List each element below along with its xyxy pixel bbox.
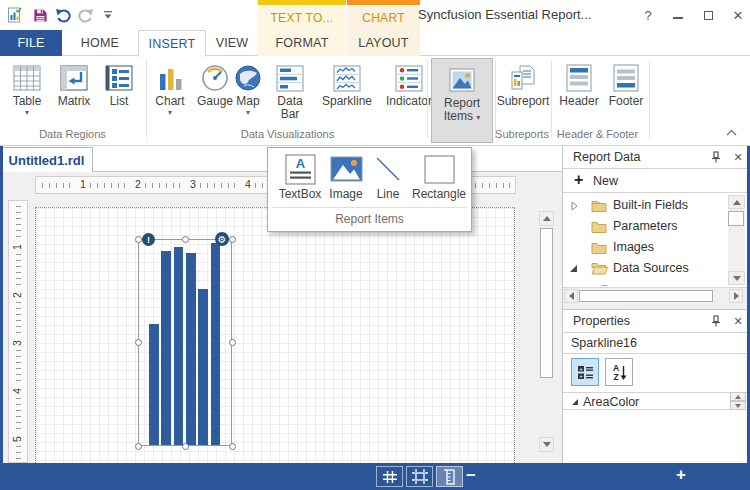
group-label-header-footer: Header & Footer (545, 128, 650, 142)
resize-handle-sw[interactable] (135, 443, 142, 450)
title-bar: TEXT TO... CHART Syncfusion Essential Re… (0, 0, 750, 30)
close-panel-icon[interactable]: ✕ (729, 149, 747, 165)
scroll-right-button[interactable] (729, 289, 743, 303)
contextual-stripe-format (258, 0, 346, 5)
selected-object-row: Sparkline16 (563, 333, 748, 354)
resize-handle-w[interactable] (135, 339, 142, 346)
close-panel-icon[interactable]: ✕ (729, 313, 747, 329)
ruler-number: 1 (76, 178, 90, 190)
chart-icon (156, 61, 184, 95)
report-data-header: Report Data ✕ (563, 146, 748, 169)
alphabetical-sort-button[interactable]: AZ (605, 358, 633, 386)
ruler-number: 5 (11, 432, 25, 446)
areacolor-section-header[interactable]: AreaColor (563, 392, 748, 410)
resize-handle-nw[interactable] (135, 236, 142, 243)
report-data-tree: Built-in Fields Parameters Images Data S… (563, 193, 727, 286)
properties-header: Properties ✕ (563, 310, 748, 333)
popup-group-label: Report Items (272, 207, 467, 226)
popup-item-image[interactable]: Image (326, 152, 366, 201)
new-button[interactable]: + New (563, 169, 748, 193)
categorized-view-button[interactable]: ++ (571, 358, 599, 386)
scroll-down-button[interactable] (539, 437, 554, 452)
tab-view[interactable]: VIEW (206, 30, 258, 56)
resize-handle-s[interactable] (182, 443, 189, 450)
close-button[interactable]: ✕ (726, 4, 750, 26)
popup-item-textbox[interactable]: A TextBox (276, 152, 324, 201)
contextual-stripe-chart (347, 0, 420, 5)
pin-icon[interactable] (707, 149, 725, 165)
open-folder-icon (591, 261, 608, 275)
spinner-down-button[interactable] (730, 401, 746, 410)
pin-icon[interactable] (707, 313, 725, 329)
folder-icon (591, 199, 607, 212)
zoom-out-button[interactable]: – (466, 465, 475, 485)
dropdown-caret-icon: ▾ (246, 108, 250, 117)
resize-handle-n[interactable] (182, 236, 189, 243)
expander-expanded-icon[interactable] (569, 264, 578, 273)
document-tab-untitled1[interactable]: Untitled1.rdl (0, 147, 93, 172)
toggle-ruler-button[interactable] (436, 466, 463, 487)
tab-file[interactable]: FILE (0, 30, 62, 56)
indicator-icon (395, 61, 423, 95)
undo-button[interactable] (53, 6, 73, 24)
scrollbar-thumb[interactable] (540, 228, 553, 378)
folder-icon (591, 241, 607, 254)
qat-customize-button[interactable] (98, 6, 118, 24)
resize-handle-se[interactable] (229, 443, 236, 450)
header-icon (566, 61, 592, 95)
image-icon (330, 152, 363, 186)
tree-item-images[interactable]: Images (563, 237, 723, 258)
scrollbar-thumb[interactable] (728, 211, 744, 226)
canvas-vertical-scrollbar[interactable] (539, 209, 555, 455)
scroll-left-button[interactable] (564, 289, 578, 303)
window-border-left (0, 146, 3, 463)
tree-item-built-in-fields[interactable]: Built-in Fields (563, 195, 723, 216)
help-button[interactable]: ? (636, 4, 660, 26)
tab-home[interactable]: HOME (66, 30, 134, 56)
info-badge-icon[interactable]: ! (142, 233, 155, 246)
svg-text:+: + (579, 365, 583, 371)
gear-badge-icon[interactable]: ⚙ (215, 232, 229, 246)
tree-item-parameters[interactable]: Parameters (563, 216, 723, 237)
report-design-surface[interactable] (35, 207, 515, 463)
sparkline-chart[interactable] (149, 243, 231, 445)
spinner-up-button[interactable] (730, 392, 746, 401)
zoom-in-button[interactable]: + (676, 465, 686, 485)
dropdown-caret-icon: ▾ (25, 108, 29, 117)
save-button[interactable] (30, 6, 50, 24)
sparkline-bar (198, 289, 208, 445)
resize-handle-e[interactable] (229, 339, 236, 346)
tree-item-data-sources[interactable]: Data Sources (563, 258, 723, 279)
tree-horizontal-scrollbar[interactable] (563, 287, 748, 303)
tree-item-partial[interactable] (563, 279, 723, 286)
expander-collapsed-icon[interactable] (571, 201, 578, 211)
popup-item-rectangle[interactable]: Rectangle (408, 152, 470, 201)
scrollbar-thumb[interactable] (579, 290, 713, 302)
list-icon (105, 61, 133, 95)
tab-insert[interactable]: INSERT (138, 30, 206, 57)
expander-expanded-icon (571, 398, 579, 406)
ribbon-collapse-button[interactable] (726, 129, 737, 136)
line-icon (373, 152, 403, 186)
table-icon (13, 61, 41, 95)
ribbon: Table ▾ Matrix List Data Regions Chart ▾ (0, 56, 750, 146)
resize-handle-ne[interactable] (229, 236, 236, 243)
svg-text:A: A (295, 156, 305, 171)
scroll-up-button[interactable] (728, 195, 745, 209)
toggle-grid-button[interactable] (376, 466, 403, 487)
redo-button[interactable] (75, 6, 95, 24)
toggle-margins-button[interactable] (406, 466, 433, 487)
selected-object-name: Sparkline16 (571, 336, 637, 350)
popup-item-line[interactable]: Line (370, 152, 406, 201)
panel-splitter[interactable] (563, 303, 748, 310)
report-items-button[interactable]: Report Items ▾ (431, 58, 493, 143)
minimize-button[interactable] (666, 4, 690, 26)
scroll-down-button[interactable] (728, 271, 745, 285)
tab-layout[interactable]: LAYOUT (347, 30, 420, 56)
maximize-button[interactable] (696, 4, 720, 26)
app-icon[interactable] (4, 6, 24, 24)
scroll-up-button[interactable] (539, 211, 554, 226)
tree-vertical-scrollbar[interactable] (728, 195, 745, 285)
tab-format[interactable]: FORMAT (258, 30, 346, 56)
ruler-number: 3 (186, 178, 200, 190)
